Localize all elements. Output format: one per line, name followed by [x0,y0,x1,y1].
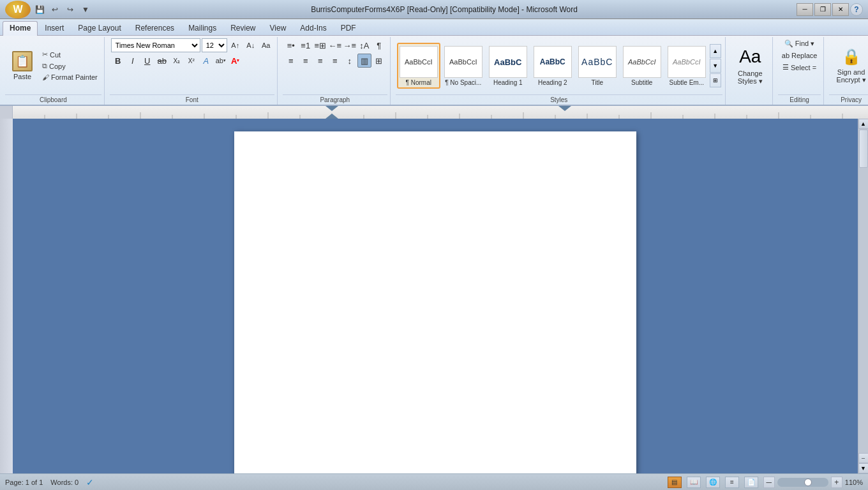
tab-home[interactable]: Home [3,21,38,36]
underline-button[interactable]: U [140,54,154,68]
style-no-spacing[interactable]: AaBbCcI ¶ No Spaci... [442,43,485,89]
office-button[interactable]: W [5,1,31,19]
sign-encrypt-label: Sign andEncrypt ▾ [836,68,865,84]
style-title[interactable]: AaBbC Title [576,43,619,89]
replace-icon: ab [782,52,789,59]
zoom-in-btn[interactable]: + [831,477,842,488]
font-size-select[interactable]: 12 [202,38,227,52]
increase-font-btn[interactable]: A↑ [228,38,243,52]
show-hide-btn[interactable]: ¶ [372,38,386,52]
find-label: Find ▾ [795,40,814,48]
justify-btn[interactable]: ≡ [328,54,342,68]
align-right-btn[interactable]: ≡ [313,54,327,68]
tab-references[interactable]: References [128,21,181,35]
replace-button[interactable]: ab Replace [779,50,820,61]
style-normal-preview: AaBbCcI [400,46,438,78]
minimize-button[interactable]: ─ [797,3,813,16]
borders-btn[interactable]: ⊞ [372,54,386,68]
style-subtitle[interactable]: AaBbCcI Subtitle [620,43,664,89]
zoom-slider[interactable] [777,478,828,487]
strikethrough-button[interactable]: ab [155,54,169,68]
style-heading1[interactable]: AaBbC Heading 1 [486,43,530,89]
bold-button[interactable]: B [111,54,125,68]
select-button[interactable]: ☰ Select = [780,62,819,73]
subscript-button[interactable]: X₂ [170,54,184,68]
bullets-btn[interactable]: ≡• [284,38,298,52]
style-normal[interactable]: AaBbCcI ¶ Normal [397,43,440,89]
multilevel-btn[interactable]: ≡⊞ [313,38,327,52]
horizontal-ruler [13,106,868,119]
find-button[interactable]: 🔍 Find ▾ [782,38,817,49]
style-subtitle-label: Subtitle [631,79,652,86]
cut-label: Cut [50,51,61,59]
paste-button[interactable]: 📋 Paste [6,38,38,93]
customize-quick-btn[interactable]: ▼ [79,3,92,16]
close-button[interactable]: ✕ [832,3,849,16]
styles-expand-btn[interactable]: ⊞ [710,73,721,87]
find-icon: 🔍 [784,40,793,48]
scroll-down-btn[interactable]: ▼ [858,463,869,473]
document-page[interactable] [234,131,636,473]
zoom-out-btn[interactable]: ─ [763,477,775,488]
superscript-button[interactable]: X² [184,54,198,68]
tab-pdf[interactable]: PDF [334,21,363,35]
help-button[interactable]: ? [850,3,863,16]
scroll-up-btn[interactable]: ▲ [858,119,869,129]
decrease-indent-btn[interactable]: ←≡ [328,38,342,52]
style-heading2[interactable]: AaBbC Heading 2 [531,43,574,89]
tab-view[interactable]: View [263,21,294,35]
tab-insert[interactable]: Insert [38,21,71,35]
numbering-btn[interactable]: ≡1 [299,38,313,52]
font-name-select[interactable]: Times New Roman [111,38,200,52]
text-highlight-button[interactable]: ab▾ [214,54,228,68]
web-layout-btn[interactable]: 🌐 [706,477,720,488]
ruler-area [0,106,868,119]
tab-add-ins[interactable]: Add-Ins [293,21,333,35]
ruler-svg [13,106,868,119]
align-center-btn[interactable]: ≡ [299,54,313,68]
svg-rect-27 [0,119,13,473]
cut-button[interactable]: ✂ Cut [40,49,100,60]
tab-page-layout[interactable]: Page Layout [71,21,128,35]
styles-scroll-down-btn[interactable]: ▼ [710,59,721,73]
scroll-thumb[interactable] [859,130,868,168]
clipboard-group-label: Clipboard [5,94,101,105]
full-reading-btn[interactable]: 📖 [687,477,701,488]
scroll-track[interactable] [858,129,868,453]
increase-indent-btn[interactable]: →≡ [343,38,357,52]
tab-mailings[interactable]: Mailings [181,21,223,35]
sign-encrypt-button[interactable]: 🔒 Sign andEncrypt ▾ [830,45,868,87]
title-bar-left: W 💾 ↩ ↪ ▼ [5,1,92,19]
italic-button[interactable]: I [126,54,140,68]
shading-btn[interactable]: ▥ [357,54,371,68]
style-subtle-em[interactable]: AaBbCcI Subtle Em... [665,43,708,89]
styles-scroll-up-btn[interactable]: ▲ [710,44,721,58]
format-painter-button[interactable]: 🖌 Format Painter [40,72,100,82]
copy-button[interactable]: ⧉ Copy [40,61,100,71]
outline-btn[interactable]: ≡ [725,477,739,488]
line-spacing-btn[interactable]: ↕ [343,54,357,68]
draft-btn[interactable]: 📄 [744,477,758,488]
ribbon-tabs: Home Insert Page Layout References Maili… [0,19,868,36]
change-styles-button[interactable]: Aа ChangeStyles ▾ [732,43,768,89]
sort-btn[interactable]: ↕A [357,38,371,52]
save-quick-btn[interactable]: 💾 [33,3,46,16]
paragraph-group-content: ≡• ≡1 ≡⊞ ←≡ →≡ ↕A ¶ ≡ ≡ ≡ ≡ ↕ ▥ ⊞ [283,38,387,93]
decrease-font-btn[interactable]: A↓ [244,38,258,52]
tab-review[interactable]: Review [223,21,262,35]
svg-rect-0 [13,106,868,119]
align-left-btn[interactable]: ≡ [284,54,298,68]
styles-group: AaBbCcI ¶ Normal AaBbCcI ¶ No Spaci... A… [393,37,726,105]
editing-group: 🔍 Find ▾ ab Replace ☰ Select = Editing [775,37,825,105]
scroll-split-btn[interactable]: ─ [858,453,869,463]
font-color-button[interactable]: A▾ [228,54,243,68]
clear-format-btn[interactable]: Aa [259,38,273,52]
print-layout-btn[interactable]: ▤ [668,477,682,488]
text-effects-button[interactable]: A [199,54,213,68]
spell-check-icon[interactable]: ✓ [86,477,94,487]
restore-button[interactable]: ❐ [814,3,831,16]
undo-quick-btn[interactable]: ↩ [49,3,61,16]
ribbon: 📋 Paste ✂ Cut ⧉ Copy 🖌 Format Painter Cl… [0,36,868,106]
font-name-row: Times New Roman 12 A↑ A↓ Aa [111,38,273,52]
redo-quick-btn[interactable]: ↪ [64,3,77,16]
